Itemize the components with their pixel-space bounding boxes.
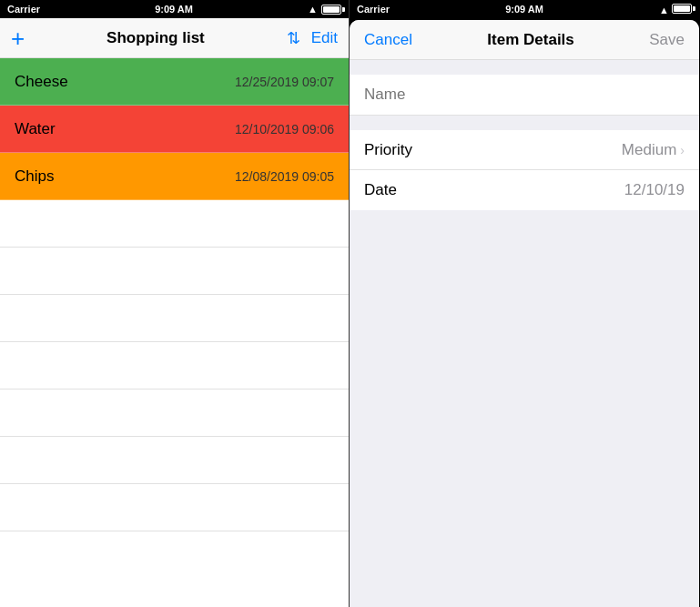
empty-row-7 xyxy=(0,484,349,531)
save-button[interactable]: Save xyxy=(649,31,685,49)
left-wifi-icon: ▲ xyxy=(308,4,318,15)
empty-row-6 xyxy=(0,437,349,484)
name-field-container xyxy=(350,75,699,116)
empty-rows xyxy=(0,200,349,531)
right-battery-area: ▲ xyxy=(659,4,692,15)
left-nav-bar: + Shopping list ⇅ Edit xyxy=(0,18,349,58)
priority-label: Priority xyxy=(364,141,412,159)
right-battery-icon xyxy=(672,4,692,14)
right-carrier: Carrier xyxy=(357,4,390,15)
left-battery-fill xyxy=(323,6,340,13)
list-item-cheese[interactable]: Cheese 12/25/2019 09:07 xyxy=(0,58,349,106)
name-section xyxy=(350,75,699,116)
modal-nav: Cancel Item Details Save xyxy=(350,20,699,60)
date-label: Date xyxy=(364,181,397,199)
right-status-bar: Carrier 9:09 AM ▲ xyxy=(350,0,699,18)
nav-right-controls: ⇅ Edit xyxy=(287,28,338,48)
add-button[interactable]: + xyxy=(11,26,25,50)
left-carrier: Carrier xyxy=(7,4,40,15)
priority-row[interactable]: Priority Medium › xyxy=(350,130,699,170)
priority-value: Medium xyxy=(622,141,676,159)
edit-button[interactable]: Edit xyxy=(311,29,338,47)
shopping-list: Cheese 12/25/2019 09:07 Water 12/10/2019… xyxy=(0,58,349,607)
empty-row-3 xyxy=(0,295,349,342)
list-item-chips[interactable]: Chips 12/08/2019 09:05 xyxy=(0,153,349,200)
item-date-chips: 12/08/2019 09:05 xyxy=(235,169,334,184)
list-item-water[interactable]: Water 12/10/2019 09:06 xyxy=(0,106,349,153)
sort-button[interactable]: ⇅ xyxy=(287,28,300,48)
item-name-water: Water xyxy=(15,120,56,138)
item-name-chips: Chips xyxy=(15,167,54,186)
right-time: 9:09 AM xyxy=(505,4,543,15)
right-panel: Carrier 9:09 AM ▲ Cancel Item Details Sa… xyxy=(350,0,699,607)
priority-chevron-icon: › xyxy=(680,143,685,157)
left-battery-area: ▲ xyxy=(308,4,341,15)
date-value: 12/10/19 xyxy=(624,181,685,199)
item-date-cheese: 12/25/2019 09:07 xyxy=(235,75,334,89)
left-panel: Carrier 9:09 AM ▲ + Shopping list ⇅ Edit… xyxy=(0,0,350,607)
item-name-cheese: Cheese xyxy=(15,73,68,91)
item-details-modal: Cancel Item Details Save Priority Medium… xyxy=(350,20,699,607)
empty-row-4 xyxy=(0,342,349,389)
empty-row-2 xyxy=(0,248,349,295)
name-input[interactable] xyxy=(364,86,685,104)
right-wifi-icon: ▲ xyxy=(659,5,669,15)
priority-value-container: Medium › xyxy=(622,141,685,159)
date-value-container: 12/10/19 xyxy=(624,181,685,199)
left-battery-icon xyxy=(321,5,341,15)
modal-bottom xyxy=(350,210,699,607)
empty-row-5 xyxy=(0,389,349,437)
right-battery-fill xyxy=(674,5,690,12)
cancel-button[interactable]: Cancel xyxy=(364,31,412,49)
item-date-water: 12/10/2019 09:06 xyxy=(235,122,334,137)
details-section: Priority Medium › Date 12/10/19 xyxy=(350,130,699,210)
modal-title: Item Details xyxy=(487,31,573,49)
left-status-bar: Carrier 9:09 AM ▲ xyxy=(0,0,349,18)
date-row[interactable]: Date 12/10/19 xyxy=(350,170,699,210)
left-time: 9:09 AM xyxy=(155,4,193,15)
empty-row-1 xyxy=(0,200,349,248)
shopping-list-title: Shopping list xyxy=(107,29,205,47)
